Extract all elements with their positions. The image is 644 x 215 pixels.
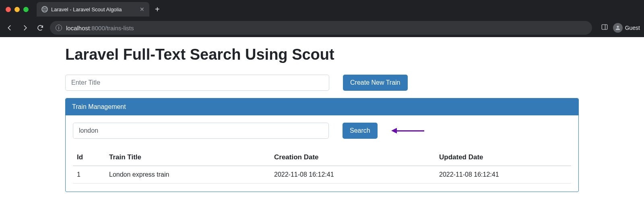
trains-table: Id Train Title Creation Date Updated Dat… — [73, 149, 571, 184]
cell-created: 2022-11-08 16:12:41 — [270, 166, 435, 184]
search-row: Search — [73, 123, 571, 139]
col-updated: Updated Date — [435, 149, 571, 166]
page-title: Laravel Full-Text Search Using Scout — [65, 46, 579, 63]
arrow-line — [396, 130, 424, 132]
close-icon[interactable]: ✕ — [140, 6, 144, 13]
cell-id: 1 — [73, 166, 105, 184]
panel-body: Search Id Train Title Creation Date Upda… — [66, 115, 578, 192]
create-new-train-button[interactable]: Create New Train — [343, 75, 408, 91]
person-icon — [613, 23, 623, 33]
url-host: localhost — [66, 25, 90, 31]
tab-title: Laravel - Laravel Scout Algolia — [51, 6, 136, 13]
browser-toolbar: i localhost:8000/trains-lists Guest — [0, 19, 644, 37]
table-header-row: Id Train Title Creation Date Updated Dat… — [73, 149, 571, 166]
globe-icon — [41, 6, 48, 13]
table-row: 1 London express train 2022-11-08 16:12:… — [73, 166, 571, 184]
reload-button[interactable] — [35, 22, 46, 33]
col-id: Id — [73, 149, 105, 166]
window-controls — [6, 7, 29, 12]
url-path: :8000/trains-lists — [90, 25, 134, 31]
search-input[interactable] — [73, 123, 329, 139]
site-info-icon[interactable]: i — [56, 25, 62, 31]
svg-point-3 — [617, 26, 619, 28]
side-panel-icon[interactable] — [601, 23, 608, 32]
toolbar-right: Guest — [601, 23, 640, 33]
new-tab-button[interactable]: + — [155, 5, 160, 13]
col-created: Creation Date — [270, 149, 435, 166]
back-button[interactable] — [4, 22, 15, 33]
profile-label: Guest — [625, 25, 640, 31]
forward-button[interactable] — [19, 22, 31, 33]
search-button[interactable]: Search — [343, 123, 378, 139]
page-content: Laravel Full-Text Search Using Scout Cre… — [0, 37, 644, 192]
browser-tab[interactable]: Laravel - Laravel Scout Algolia ✕ — [37, 2, 149, 17]
tab-strip: Laravel - Laravel Scout Algolia ✕ + — [0, 0, 644, 19]
train-management-panel: Train Management Search Id Train Title C… — [65, 98, 579, 192]
create-row: Create New Train — [65, 75, 579, 91]
window-close-button[interactable] — [6, 7, 11, 12]
col-title: Train Title — [105, 149, 270, 166]
url-text: localhost:8000/trains-lists — [66, 25, 134, 31]
cell-title: London express train — [105, 166, 270, 184]
title-input[interactable] — [65, 75, 329, 91]
cell-updated: 2022-11-08 16:12:41 — [435, 166, 571, 184]
address-bar[interactable]: i localhost:8000/trains-lists — [50, 21, 592, 35]
browser-chrome: Laravel - Laravel Scout Algolia ✕ + i lo… — [0, 0, 644, 37]
window-minimize-button[interactable] — [14, 7, 20, 12]
profile-button[interactable]: Guest — [613, 23, 640, 33]
svg-rect-1 — [602, 25, 607, 29]
window-maximize-button[interactable] — [23, 7, 29, 12]
panel-heading: Train Management — [66, 98, 578, 115]
annotation-arrow — [391, 128, 424, 134]
